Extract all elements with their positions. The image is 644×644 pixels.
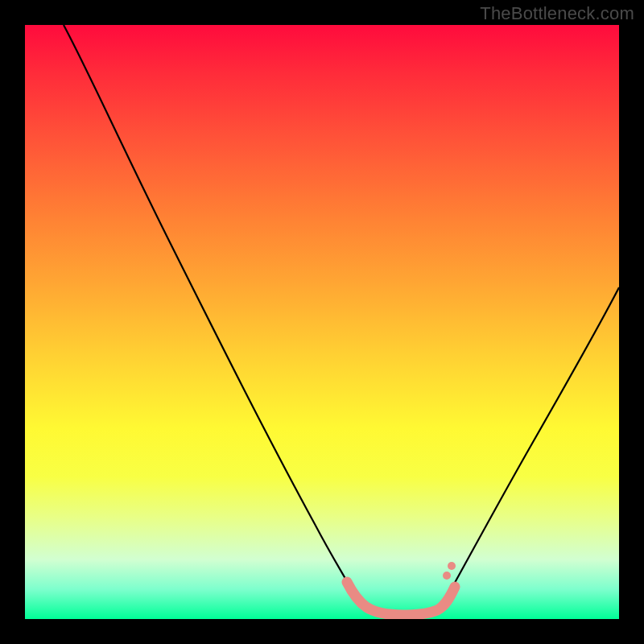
right-ascent-curve: [452, 287, 619, 588]
left-descent-curve: [64, 25, 351, 588]
curves-layer: [25, 25, 619, 619]
chart-frame: TheBottleneck.com: [0, 0, 644, 644]
plot-area: [25, 25, 619, 619]
valley-marker: [347, 582, 455, 615]
watermark-text: TheBottleneck.com: [480, 3, 634, 24]
valley-dot: [448, 562, 456, 570]
valley-dot: [342, 577, 352, 587]
valley-dot: [443, 572, 451, 580]
valley-dot: [450, 582, 460, 592]
